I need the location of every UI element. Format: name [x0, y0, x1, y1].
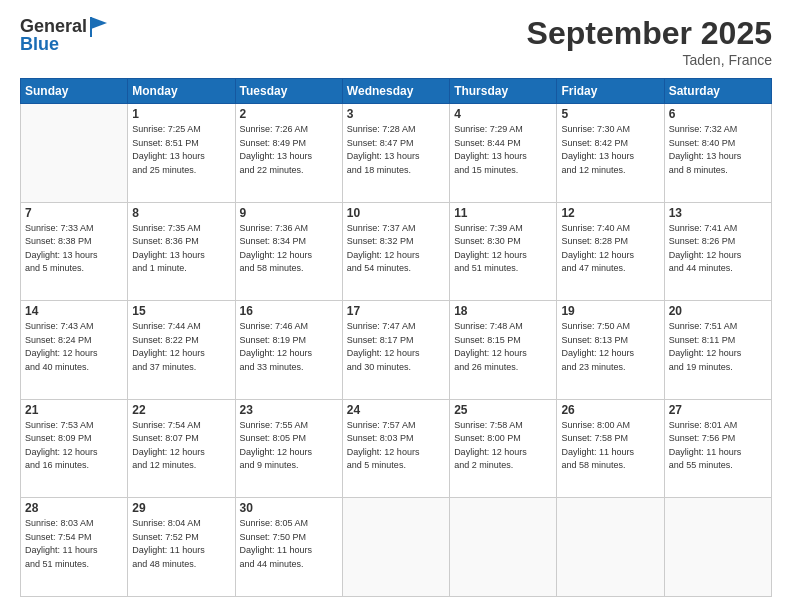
- calendar-cell: 27Sunrise: 8:01 AM Sunset: 7:56 PM Dayli…: [664, 399, 771, 498]
- day-number: 19: [561, 304, 659, 318]
- calendar-cell: 12Sunrise: 7:40 AM Sunset: 8:28 PM Dayli…: [557, 202, 664, 301]
- day-number: 6: [669, 107, 767, 121]
- calendar-cell: [21, 104, 128, 203]
- day-number: 2: [240, 107, 338, 121]
- day-number: 15: [132, 304, 230, 318]
- calendar-cell: 24Sunrise: 7:57 AM Sunset: 8:03 PM Dayli…: [342, 399, 449, 498]
- day-number: 12: [561, 206, 659, 220]
- day-number: 28: [25, 501, 123, 515]
- day-number: 26: [561, 403, 659, 417]
- day-number: 20: [669, 304, 767, 318]
- calendar-cell: 4Sunrise: 7:29 AM Sunset: 8:44 PM Daylig…: [450, 104, 557, 203]
- day-info: Sunrise: 7:54 AM Sunset: 8:07 PM Dayligh…: [132, 419, 230, 473]
- calendar-cell: 16Sunrise: 7:46 AM Sunset: 8:19 PM Dayli…: [235, 301, 342, 400]
- day-number: 3: [347, 107, 445, 121]
- day-number: 21: [25, 403, 123, 417]
- calendar-cell: [342, 498, 449, 597]
- header-row: Sunday Monday Tuesday Wednesday Thursday…: [21, 79, 772, 104]
- day-number: 8: [132, 206, 230, 220]
- day-info: Sunrise: 7:41 AM Sunset: 8:26 PM Dayligh…: [669, 222, 767, 276]
- day-number: 9: [240, 206, 338, 220]
- calendar-week-2: 14Sunrise: 7:43 AM Sunset: 8:24 PM Dayli…: [21, 301, 772, 400]
- day-info: Sunrise: 7:46 AM Sunset: 8:19 PM Dayligh…: [240, 320, 338, 374]
- calendar-cell: 14Sunrise: 7:43 AM Sunset: 8:24 PM Dayli…: [21, 301, 128, 400]
- day-number: 11: [454, 206, 552, 220]
- day-number: 23: [240, 403, 338, 417]
- day-info: Sunrise: 7:44 AM Sunset: 8:22 PM Dayligh…: [132, 320, 230, 374]
- day-info: Sunrise: 7:36 AM Sunset: 8:34 PM Dayligh…: [240, 222, 338, 276]
- col-sunday: Sunday: [21, 79, 128, 104]
- svg-marker-0: [91, 17, 107, 29]
- calendar-cell: 3Sunrise: 7:28 AM Sunset: 8:47 PM Daylig…: [342, 104, 449, 203]
- calendar-week-3: 21Sunrise: 7:53 AM Sunset: 8:09 PM Dayli…: [21, 399, 772, 498]
- calendar-cell: 23Sunrise: 7:55 AM Sunset: 8:05 PM Dayli…: [235, 399, 342, 498]
- calendar-cell: 18Sunrise: 7:48 AM Sunset: 8:15 PM Dayli…: [450, 301, 557, 400]
- day-number: 24: [347, 403, 445, 417]
- day-info: Sunrise: 7:37 AM Sunset: 8:32 PM Dayligh…: [347, 222, 445, 276]
- day-info: Sunrise: 8:04 AM Sunset: 7:52 PM Dayligh…: [132, 517, 230, 571]
- day-info: Sunrise: 7:39 AM Sunset: 8:30 PM Dayligh…: [454, 222, 552, 276]
- day-info: Sunrise: 7:33 AM Sunset: 8:38 PM Dayligh…: [25, 222, 123, 276]
- col-wednesday: Wednesday: [342, 79, 449, 104]
- logo-text-blue: Blue: [20, 35, 59, 55]
- calendar-cell: 6Sunrise: 7:32 AM Sunset: 8:40 PM Daylig…: [664, 104, 771, 203]
- calendar-cell: 13Sunrise: 7:41 AM Sunset: 8:26 PM Dayli…: [664, 202, 771, 301]
- day-number: 30: [240, 501, 338, 515]
- calendar-cell: [557, 498, 664, 597]
- day-info: Sunrise: 7:51 AM Sunset: 8:11 PM Dayligh…: [669, 320, 767, 374]
- day-info: Sunrise: 7:53 AM Sunset: 8:09 PM Dayligh…: [25, 419, 123, 473]
- day-info: Sunrise: 7:57 AM Sunset: 8:03 PM Dayligh…: [347, 419, 445, 473]
- col-thursday: Thursday: [450, 79, 557, 104]
- calendar-cell: 22Sunrise: 7:54 AM Sunset: 8:07 PM Dayli…: [128, 399, 235, 498]
- day-number: 7: [25, 206, 123, 220]
- day-number: 14: [25, 304, 123, 318]
- calendar-cell: 15Sunrise: 7:44 AM Sunset: 8:22 PM Dayli…: [128, 301, 235, 400]
- calendar-cell: 21Sunrise: 7:53 AM Sunset: 8:09 PM Dayli…: [21, 399, 128, 498]
- calendar-cell: 26Sunrise: 8:00 AM Sunset: 7:58 PM Dayli…: [557, 399, 664, 498]
- calendar-cell: 1Sunrise: 7:25 AM Sunset: 8:51 PM Daylig…: [128, 104, 235, 203]
- day-number: 18: [454, 304, 552, 318]
- title-block: September 2025 Taden, France: [527, 15, 772, 68]
- calendar-cell: 20Sunrise: 7:51 AM Sunset: 8:11 PM Dayli…: [664, 301, 771, 400]
- calendar-week-0: 1Sunrise: 7:25 AM Sunset: 8:51 PM Daylig…: [21, 104, 772, 203]
- calendar-cell: 28Sunrise: 8:03 AM Sunset: 7:54 PM Dayli…: [21, 498, 128, 597]
- location: Taden, France: [527, 52, 772, 68]
- logo: General Blue: [20, 15, 113, 55]
- day-number: 5: [561, 107, 659, 121]
- header: General Blue September 2025 Taden, Franc…: [20, 15, 772, 68]
- day-info: Sunrise: 7:29 AM Sunset: 8:44 PM Dayligh…: [454, 123, 552, 177]
- day-info: Sunrise: 7:25 AM Sunset: 8:51 PM Dayligh…: [132, 123, 230, 177]
- day-number: 17: [347, 304, 445, 318]
- day-info: Sunrise: 7:47 AM Sunset: 8:17 PM Dayligh…: [347, 320, 445, 374]
- calendar-cell: 30Sunrise: 8:05 AM Sunset: 7:50 PM Dayli…: [235, 498, 342, 597]
- calendar-cell: 19Sunrise: 7:50 AM Sunset: 8:13 PM Dayli…: [557, 301, 664, 400]
- day-info: Sunrise: 7:58 AM Sunset: 8:00 PM Dayligh…: [454, 419, 552, 473]
- calendar-cell: 29Sunrise: 8:04 AM Sunset: 7:52 PM Dayli…: [128, 498, 235, 597]
- calendar-cell: 5Sunrise: 7:30 AM Sunset: 8:42 PM Daylig…: [557, 104, 664, 203]
- calendar-body: 1Sunrise: 7:25 AM Sunset: 8:51 PM Daylig…: [21, 104, 772, 597]
- calendar-week-1: 7Sunrise: 7:33 AM Sunset: 8:38 PM Daylig…: [21, 202, 772, 301]
- day-number: 16: [240, 304, 338, 318]
- day-info: Sunrise: 7:55 AM Sunset: 8:05 PM Dayligh…: [240, 419, 338, 473]
- day-info: Sunrise: 7:43 AM Sunset: 8:24 PM Dayligh…: [25, 320, 123, 374]
- calendar-cell: 10Sunrise: 7:37 AM Sunset: 8:32 PM Dayli…: [342, 202, 449, 301]
- col-tuesday: Tuesday: [235, 79, 342, 104]
- day-info: Sunrise: 7:40 AM Sunset: 8:28 PM Dayligh…: [561, 222, 659, 276]
- day-number: 4: [454, 107, 552, 121]
- day-info: Sunrise: 7:30 AM Sunset: 8:42 PM Dayligh…: [561, 123, 659, 177]
- calendar-cell: 25Sunrise: 7:58 AM Sunset: 8:00 PM Dayli…: [450, 399, 557, 498]
- day-info: Sunrise: 7:28 AM Sunset: 8:47 PM Dayligh…: [347, 123, 445, 177]
- day-info: Sunrise: 7:50 AM Sunset: 8:13 PM Dayligh…: [561, 320, 659, 374]
- calendar-table: Sunday Monday Tuesday Wednesday Thursday…: [20, 78, 772, 597]
- day-number: 27: [669, 403, 767, 417]
- day-number: 29: [132, 501, 230, 515]
- calendar-cell: [450, 498, 557, 597]
- col-monday: Monday: [128, 79, 235, 104]
- day-info: Sunrise: 7:32 AM Sunset: 8:40 PM Dayligh…: [669, 123, 767, 177]
- calendar-cell: [664, 498, 771, 597]
- col-saturday: Saturday: [664, 79, 771, 104]
- day-info: Sunrise: 8:05 AM Sunset: 7:50 PM Dayligh…: [240, 517, 338, 571]
- day-info: Sunrise: 8:01 AM Sunset: 7:56 PM Dayligh…: [669, 419, 767, 473]
- month-title: September 2025: [527, 15, 772, 52]
- day-number: 25: [454, 403, 552, 417]
